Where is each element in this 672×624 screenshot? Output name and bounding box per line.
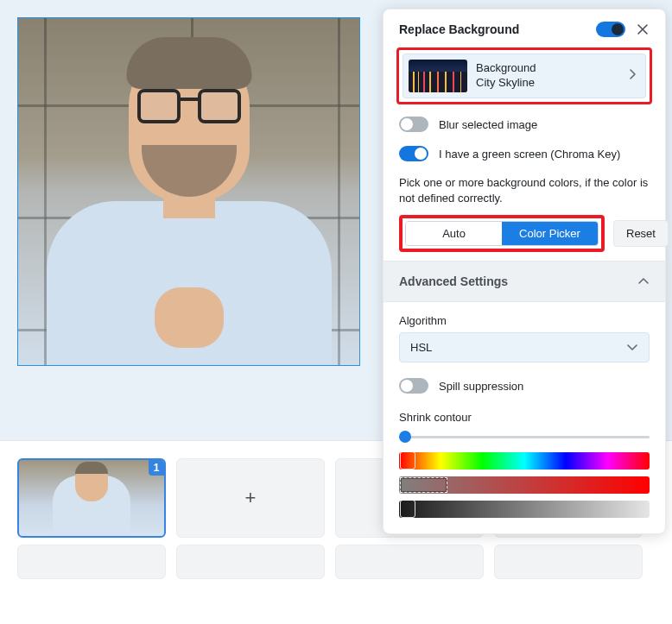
algorithm-select[interactable]: HSL <box>399 332 650 362</box>
blur-label: Blur selected image <box>439 118 537 131</box>
slide-badge: 1 <box>149 460 164 476</box>
slider-thumb[interactable] <box>399 431 411 443</box>
spill-suppression-label: Spill suppression <box>439 380 523 393</box>
chroma-key-label: I have a green screen (Chroma Key) <box>439 148 620 161</box>
replace-background-toggle[interactable] <box>596 22 625 37</box>
slide-placeholder[interactable] <box>176 545 325 579</box>
luminance-slider[interactable] <box>399 501 650 518</box>
chroma-key-toggle[interactable] <box>399 146 428 161</box>
slide-placeholder[interactable] <box>335 545 484 579</box>
background-selector[interactable]: Background City Skyline <box>403 54 646 98</box>
hue-slider[interactable] <box>399 452 650 470</box>
background-field-label: Background <box>476 61 619 76</box>
luminance-marker[interactable] <box>400 500 415 518</box>
mode-selector-highlight: Auto Color Picker <box>399 215 605 252</box>
advanced-settings-title: Advanced Settings <box>399 274 508 288</box>
background-name: City Skyline <box>476 76 619 91</box>
saturation-slider[interactable] <box>399 476 650 494</box>
help-text: Pick one or more background colors, if t… <box>384 168 665 215</box>
mode-auto-button[interactable]: Auto <box>406 222 502 245</box>
shrink-contour-slider[interactable] <box>399 436 650 438</box>
spill-suppression-toggle[interactable] <box>399 378 428 394</box>
chevron-down-icon <box>626 341 638 354</box>
slide-placeholder[interactable] <box>17 545 166 579</box>
close-icon[interactable] <box>636 22 650 36</box>
reset-button[interactable]: Reset <box>613 220 669 247</box>
replace-background-panel: Replace Background Background City Skyli… <box>383 9 666 534</box>
panel-title: Replace Background <box>399 22 519 36</box>
mode-selector: Auto Color Picker <box>405 221 599 246</box>
background-selector-highlight: Background City Skyline <box>396 47 652 104</box>
shrink-contour-label: Shrink contour <box>399 411 650 424</box>
plus-icon: + <box>245 487 257 509</box>
mode-color-picker-button[interactable]: Color Picker <box>502 222 598 245</box>
algorithm-value: HSL <box>410 341 432 354</box>
background-thumbnail <box>409 60 467 92</box>
preview-canvas[interactable] <box>17 17 360 366</box>
chevron-up-icon <box>637 274 650 289</box>
blur-toggle[interactable] <box>399 117 428 132</box>
slide-placeholder[interactable] <box>494 545 643 579</box>
add-slide-button[interactable]: + <box>176 458 325 538</box>
advanced-settings-toggle[interactable]: Advanced Settings <box>384 261 665 302</box>
hue-marker[interactable] <box>400 451 415 470</box>
slide-thumbnail[interactable]: 1 <box>17 458 166 538</box>
chevron-right-icon <box>628 68 637 84</box>
saturation-range-marker[interactable] <box>400 477 447 493</box>
algorithm-label: Algorithm <box>399 314 650 327</box>
